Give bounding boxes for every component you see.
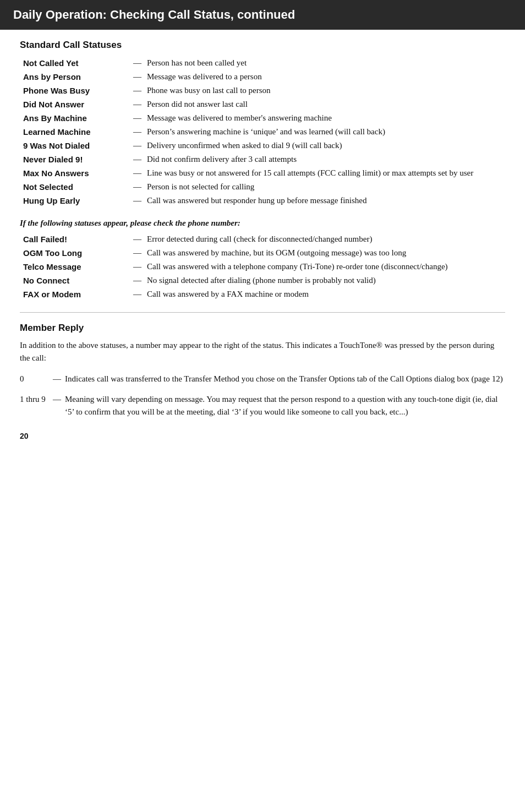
status-desc: Call was answered with a telephone compa…	[144, 260, 505, 274]
member-reply-title: Member Reply	[20, 323, 505, 334]
status-desc: Person did not answer last call	[144, 97, 505, 111]
status-term: Ans by Person	[20, 70, 130, 84]
warning-note: If the following statuses appear, please…	[20, 219, 505, 228]
status-desc: Message was delivered to member's answer…	[144, 111, 505, 125]
header-bar: Daily Operation: Checking Call Status, c…	[0, 0, 525, 30]
dash-cell: —	[130, 152, 144, 166]
table-row: Hung Up Early — Call was answered but re…	[20, 194, 505, 208]
member-reply-intro: In addition to the above statuses, a num…	[20, 339, 505, 365]
status-desc: Phone was busy on last call to person	[144, 84, 505, 97]
dash-cell: —	[130, 232, 144, 246]
dash-cell: —	[53, 373, 65, 385]
status-desc: Person is not selected for calling	[144, 180, 505, 194]
page-title: Daily Operation: Checking Call Status, c…	[13, 8, 512, 22]
status-desc: Error detected during call (check for di…	[144, 232, 505, 246]
reply-num: 1 thru 9	[20, 393, 53, 406]
table-row: Telco Message — Call was answered with a…	[20, 260, 505, 274]
table-row: Never Dialed 9! — Did not confirm delive…	[20, 152, 505, 166]
status-term: Hung Up Early	[20, 194, 130, 208]
status-term: OGM Too Long	[20, 246, 130, 260]
status-desc: Call was answered by machine, but its OG…	[144, 246, 505, 260]
status-term: 9 Was Not Dialed	[20, 139, 130, 152]
dash-cell: —	[53, 393, 65, 406]
dash-cell: —	[130, 56, 144, 70]
dash-cell: —	[130, 70, 144, 84]
table-row: Max No Answers — Line was busy or not an…	[20, 166, 505, 180]
table-row: Phone Was Busy — Phone was busy on last …	[20, 84, 505, 97]
warning-status-table: Call Failed! — Error detected during cal…	[20, 232, 505, 301]
status-term: Max No Answers	[20, 166, 130, 180]
dash-cell: —	[130, 84, 144, 97]
status-term: Learned Machine	[20, 125, 130, 139]
dash-cell: —	[130, 287, 144, 301]
table-row: Not Selected — Person is not selected fo…	[20, 180, 505, 194]
table-row: 9 Was Not Dialed — Delivery unconfirmed …	[20, 139, 505, 152]
dash-cell: —	[130, 194, 144, 208]
dash-cell: —	[130, 166, 144, 180]
status-term: Not Selected	[20, 180, 130, 194]
table-row: OGM Too Long — Call was answered by mach…	[20, 246, 505, 260]
page-wrapper: Daily Operation: Checking Call Status, c…	[0, 0, 525, 468]
dash-cell: —	[130, 180, 144, 194]
status-desc: Line was busy or not answered for 15 cal…	[144, 166, 505, 180]
dash-cell: —	[130, 139, 144, 152]
status-term: Ans By Machine	[20, 111, 130, 125]
dash-cell: —	[130, 246, 144, 260]
list-item: 0 — Indicates call was transferred to th…	[20, 373, 505, 385]
status-desc: Person’s answering machine is ‘unique’ a…	[144, 125, 505, 139]
status-term: Did Not Answer	[20, 97, 130, 111]
status-term: Telco Message	[20, 260, 130, 274]
status-term: Call Failed!	[20, 232, 130, 246]
status-desc: Message was delivered to a person	[144, 70, 505, 84]
dash-cell: —	[130, 274, 144, 287]
status-term: FAX or Modem	[20, 287, 130, 301]
reply-desc: Meaning will vary depending on message. …	[65, 393, 505, 419]
status-desc: Call was answered by a FAX machine or mo…	[144, 287, 505, 301]
divider	[20, 312, 505, 313]
dash-cell: —	[130, 125, 144, 139]
status-desc: No signal detected after dialing (phone …	[144, 274, 505, 287]
page-number: 20	[0, 426, 525, 446]
table-row: FAX or Modem — Call was answered by a FA…	[20, 287, 505, 301]
standard-section-title: Standard Call Statuses	[20, 40, 505, 51]
list-item: 1 thru 9 — Meaning will vary depending o…	[20, 393, 505, 419]
status-desc: Did not confirm delivery after 3 call at…	[144, 152, 505, 166]
dash-cell: —	[130, 260, 144, 274]
status-desc: Delivery unconfirmed when asked to dial …	[144, 139, 505, 152]
status-desc: Call was answered but responder hung up …	[144, 194, 505, 208]
content-area: Standard Call Statuses Not Called Yet — …	[0, 40, 525, 418]
table-row: Call Failed! — Error detected during cal…	[20, 232, 505, 246]
status-term: Phone Was Busy	[20, 84, 130, 97]
status-term: No Connect	[20, 274, 130, 287]
status-term: Not Called Yet	[20, 56, 130, 70]
table-row: No Connect — No signal detected after di…	[20, 274, 505, 287]
table-row: Ans By Machine — Message was delivered t…	[20, 111, 505, 125]
standard-status-table: Not Called Yet — Person has not been cal…	[20, 56, 505, 208]
reply-num: 0	[20, 373, 53, 385]
table-row: Did Not Answer — Person did not answer l…	[20, 97, 505, 111]
table-row: Not Called Yet — Person has not been cal…	[20, 56, 505, 70]
table-row: Learned Machine — Person’s answering mac…	[20, 125, 505, 139]
reply-items-container: 0 — Indicates call was transferred to th…	[20, 373, 505, 419]
status-term: Never Dialed 9!	[20, 152, 130, 166]
dash-cell: —	[130, 97, 144, 111]
reply-desc: Indicates call was transferred to the Tr…	[65, 373, 505, 385]
dash-cell: —	[130, 111, 144, 125]
table-row: Ans by Person — Message was delivered to…	[20, 70, 505, 84]
status-desc: Person has not been called yet	[144, 56, 505, 70]
